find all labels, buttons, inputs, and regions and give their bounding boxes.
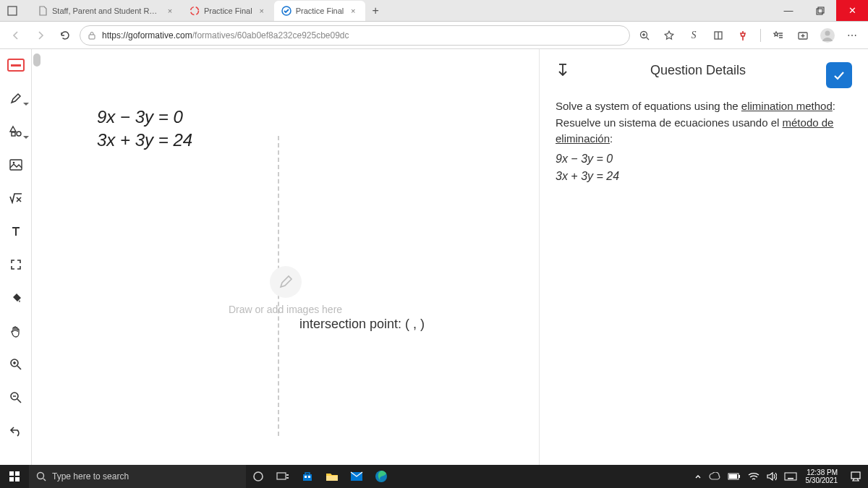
window-controls: — ✕ [773,0,868,21]
browser-tab-2[interactable]: Practice Final × [274,1,366,21]
svg-rect-25 [286,474,289,476]
browser-tab-0[interactable]: Staff, Parent and Student Resour × [30,1,182,21]
svg-rect-30 [326,476,338,481]
panel-title: Question Details [573,63,852,78]
hand-tool[interactable] [4,320,27,343]
favorite-star-icon[interactable] [659,25,679,46]
pencil-icon [270,266,302,298]
pin-extension-icon[interactable] [733,25,753,46]
tool-rail [0,49,32,465]
edge-icon[interactable] [369,465,393,488]
tab-title: Practice Final [204,7,252,15]
keyboard-icon[interactable] [784,472,797,481]
panel-eq-1: 9x − 3y = 0 [556,150,852,168]
profile-avatar[interactable] [817,25,838,46]
shapes-tool[interactable] [4,120,27,143]
store-icon[interactable] [295,465,320,488]
new-tab-button[interactable]: + [365,4,386,17]
equation-1: 9x − 3y = 0 [97,107,524,127]
zoom-out-tool[interactable] [4,386,27,409]
svg-rect-12 [12,132,15,136]
refresh-button[interactable] [55,25,75,46]
taskbar-search[interactable]: Type here to search [29,465,246,488]
svg-rect-27 [303,474,312,481]
back-button[interactable] [6,25,26,46]
fullscreen-tool[interactable] [4,253,27,276]
zoom-indicator-icon[interactable] [634,25,655,46]
close-window-button[interactable]: ✕ [836,0,868,21]
svg-rect-35 [729,474,737,479]
clock-time: 12:38 PM [806,468,838,476]
eraser-tool[interactable] [4,53,27,77]
start-button[interactable] [0,465,29,488]
tab-title: Staff, Parent and Student Resour [52,7,161,15]
browser-address-bar: https://goformative.com/formatives/60ab0… [0,22,868,49]
svg-point-23 [254,472,263,481]
undo-tool[interactable] [4,419,27,442]
collections-icon[interactable] [793,25,813,46]
svg-point-13 [17,132,21,136]
pen-tool[interactable] [4,87,27,110]
close-icon[interactable]: × [257,7,267,15]
svg-point-15 [12,162,14,164]
reader-icon[interactable] [708,25,728,46]
canvas-wrap: 9x − 3y = 0 3x + 3y = 24 Draw or add ima… [32,49,868,465]
panel-collapse-arrow[interactable] [556,62,573,78]
wifi-icon[interactable] [748,472,760,481]
equation-block: 9x − 3y = 0 3x + 3y = 24 [97,107,524,150]
windows-taskbar: Type here to search 12:38 PM 5/30/2021 [0,465,868,488]
clock-date: 5/30/2021 [806,476,838,484]
forward-button[interactable] [30,25,51,46]
mail-icon[interactable] [344,465,369,488]
submit-check-button[interactable] [826,62,852,88]
svg-rect-38 [851,472,860,479]
math-tool[interactable] [4,187,27,210]
svg-rect-3 [817,9,822,14]
url-text: https://goformative.com/formatives/60ab0… [102,30,349,40]
tab-actions-icon[interactable] [0,0,25,21]
cortana-icon[interactable] [246,465,271,488]
zoom-in-tool[interactable] [4,353,27,376]
svg-rect-19 [15,471,20,476]
url-input[interactable]: https://goformative.com/formatives/60ab0… [80,25,630,46]
page-icon [38,6,48,16]
svg-rect-20 [9,477,14,481]
maximize-button[interactable] [804,0,836,21]
s-extension-icon[interactable]: S [684,25,704,46]
favorites-list-icon[interactable] [768,25,788,46]
search-placeholder: Type here to search [52,471,129,481]
cloud-icon[interactable] [709,472,720,481]
intersection-label: intersection point: ( , ) [299,317,425,332]
svg-rect-26 [286,477,289,479]
formative-check-icon [281,6,292,16]
svg-point-22 [38,473,44,479]
image-tool[interactable] [4,153,27,176]
app-body: 9x − 3y = 0 3x + 3y = 24 Draw or add ima… [0,49,868,465]
file-explorer-icon[interactable] [320,465,344,488]
question-prompt: Solve a system of equations using the el… [556,98,852,185]
battery-icon[interactable] [728,473,741,480]
scrollbar-thumb[interactable] [33,53,41,67]
svg-rect-29 [308,476,310,478]
fill-tool[interactable] [4,286,27,309]
close-icon[interactable]: × [165,7,175,15]
text-tool[interactable] [4,220,27,243]
tab-title: Practice Final [296,7,344,15]
chevron-up-icon[interactable] [694,473,702,480]
svg-rect-14 [10,160,22,170]
browser-tab-1[interactable]: Practice Final × [182,1,274,21]
minimize-button[interactable]: — [773,0,804,21]
system-tray[interactable] [692,472,800,481]
svg-rect-28 [305,476,307,478]
lock-icon [88,31,98,40]
separator [760,29,761,42]
taskbar-clock[interactable]: 12:38 PM 5/30/2021 [800,468,844,484]
svg-rect-24 [277,473,286,479]
volume-icon[interactable] [767,472,777,481]
close-icon[interactable]: × [348,7,358,15]
task-view-icon[interactable] [271,465,295,488]
drawing-canvas[interactable]: 9x − 3y = 0 3x + 3y = 24 Draw or add ima… [32,49,539,465]
more-menu-icon[interactable]: ⋯ [842,25,862,46]
svg-point-8 [742,39,744,40]
notifications-icon[interactable] [843,465,868,488]
